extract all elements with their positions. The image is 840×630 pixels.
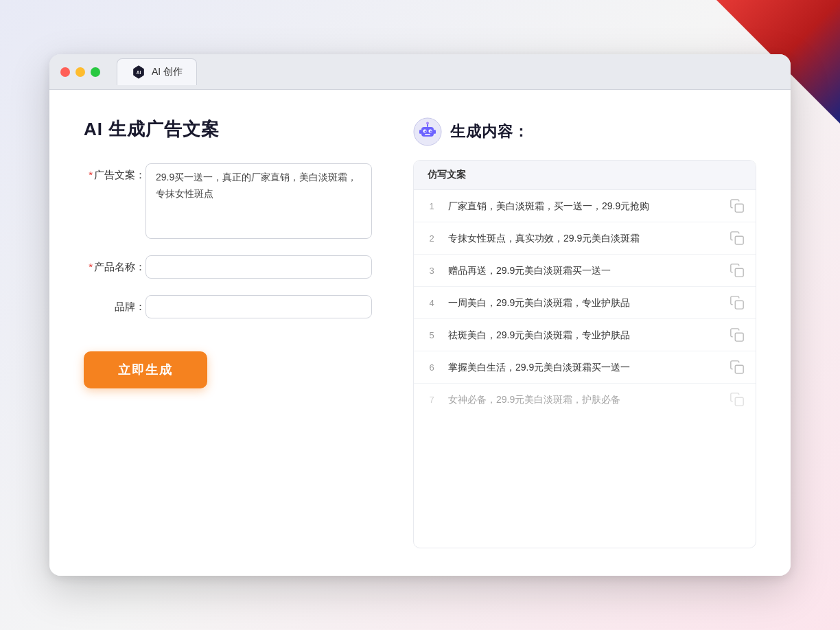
row-text-1: 厂家直销，美白淡斑霜，买一送一，29.9元抢购 [448, 199, 720, 213]
svg-rect-16 [735, 301, 743, 309]
table-row: 1 厂家直销，美白淡斑霜，买一送一，29.9元抢购 [414, 190, 756, 222]
form-group-ad-copy: *广告文案： 29.9买一送一，真正的厂家直销，美白淡斑霜，专抹女性斑点 [84, 163, 372, 239]
right-panel: 生成内容： 仿写文案 1 厂家直销，美白淡斑霜，买一送一，29.9元抢购 2 专… [413, 117, 756, 548]
copy-icon-4[interactable] [730, 295, 745, 310]
row-text-3: 赠品再送，29.9元美白淡斑霜买一送一 [448, 264, 720, 278]
svg-rect-13 [735, 204, 743, 212]
row-text-5: 祛斑美白，29.9元美白淡斑霜，专业护肤品 [448, 328, 720, 342]
form-group-brand: 品牌： 好白 [84, 295, 372, 318]
table-row: 4 一周美白，29.9元美白淡斑霜，专业护肤品 [414, 287, 756, 319]
input-ad-copy[interactable]: 29.9买一送一，真正的厂家直销，美白淡斑霜，专抹女性斑点 [145, 163, 372, 239]
svg-point-10 [426, 122, 429, 125]
copy-icon-3[interactable] [730, 263, 745, 278]
close-button[interactable] [60, 67, 70, 77]
table-row: 6 掌握美白生活，29.9元美白淡斑霜买一送一 [414, 351, 756, 384]
copy-icon-1[interactable] [730, 198, 745, 213]
row-num-5: 5 [425, 330, 439, 340]
table-row: 3 赠品再送，29.9元美白淡斑霜买一送一 [414, 255, 756, 287]
minimize-button[interactable] [75, 67, 85, 77]
form-group-product-name: *产品名称： 美白淡斑霜 [84, 255, 372, 279]
left-panel: AI 生成广告文案 *广告文案： 29.9买一送一，真正的厂家直销，美白淡斑霜，… [84, 117, 372, 548]
required-star-1: * [89, 169, 93, 180]
row-text-6: 掌握美白生活，29.9元美白淡斑霜买一送一 [448, 360, 720, 375]
label-product-name: *产品名称： [84, 255, 145, 274]
copy-icon-2[interactable] [730, 231, 745, 246]
title-bar: AI AI 创作 [49, 54, 791, 90]
svg-text:AI: AI [137, 70, 141, 75]
row-text-4: 一周美白，29.9元美白淡斑霜，专业护肤品 [448, 296, 720, 310]
row-num-1: 1 [425, 201, 439, 211]
row-num-4: 4 [425, 298, 439, 308]
svg-rect-8 [425, 134, 430, 135]
svg-rect-15 [735, 268, 743, 277]
svg-rect-11 [419, 130, 421, 134]
right-header: 生成内容： [413, 117, 756, 146]
page-title: AI 生成广告文案 [84, 117, 372, 141]
table-row: 2 专抹女性斑点，真实功效，29.9元美白淡斑霜 [414, 222, 756, 255]
svg-rect-18 [735, 365, 743, 373]
bot-avatar-icon [413, 117, 442, 146]
svg-rect-12 [434, 130, 436, 134]
traffic-lights [60, 67, 100, 77]
tab-label: AI 创作 [152, 66, 183, 78]
input-brand[interactable]: 好白 [145, 295, 372, 318]
maximize-button[interactable] [91, 67, 100, 77]
browser-window: AI AI 创作 AI 生成广告文案 *广告文案： 29.9买一送一，真正的厂家… [49, 54, 791, 576]
svg-rect-19 [735, 397, 743, 406]
table-row: 7 女神必备，29.9元美白淡斑霜，护肤必备 [414, 384, 756, 415]
required-star-2: * [89, 261, 93, 272]
svg-rect-3 [421, 127, 434, 137]
table-header: 仿写文案 [414, 161, 756, 190]
right-title: 生成内容： [450, 121, 529, 142]
svg-point-7 [430, 130, 432, 132]
label-brand: 品牌： [84, 295, 145, 314]
row-num-6: 6 [425, 362, 439, 373]
table-row: 5 祛斑美白，29.9元美白淡斑霜，专业护肤品 [414, 319, 756, 351]
row-num-3: 3 [425, 266, 439, 276]
row-text-7: 女神必备，29.9元美白淡斑霜，护肤必备 [448, 393, 720, 407]
row-num-7: 7 [425, 395, 439, 405]
main-content: AI 生成广告文案 *广告文案： 29.9买一送一，真正的厂家直销，美白淡斑霜，… [49, 90, 791, 576]
copy-icon-5[interactable] [730, 327, 745, 342]
label-ad-copy: *广告文案： [84, 163, 145, 182]
svg-point-6 [425, 130, 426, 132]
copy-icon-6[interactable] [730, 360, 745, 375]
row-num-2: 2 [425, 233, 439, 244]
copy-icon-7[interactable] [730, 392, 745, 407]
generate-button[interactable]: 立即生成 [84, 351, 207, 388]
ai-tab-icon: AI [131, 65, 146, 80]
row-text-2: 专抹女性斑点，真实功效，29.9元美白淡斑霜 [448, 231, 720, 246]
input-product-name[interactable]: 美白淡斑霜 [145, 255, 372, 279]
svg-rect-14 [735, 236, 743, 244]
tab-ai-creation[interactable]: AI AI 创作 [117, 58, 197, 85]
results-table: 仿写文案 1 厂家直销，美白淡斑霜，买一送一，29.9元抢购 2 专抹女性斑点，… [413, 160, 756, 548]
svg-rect-17 [735, 333, 743, 341]
